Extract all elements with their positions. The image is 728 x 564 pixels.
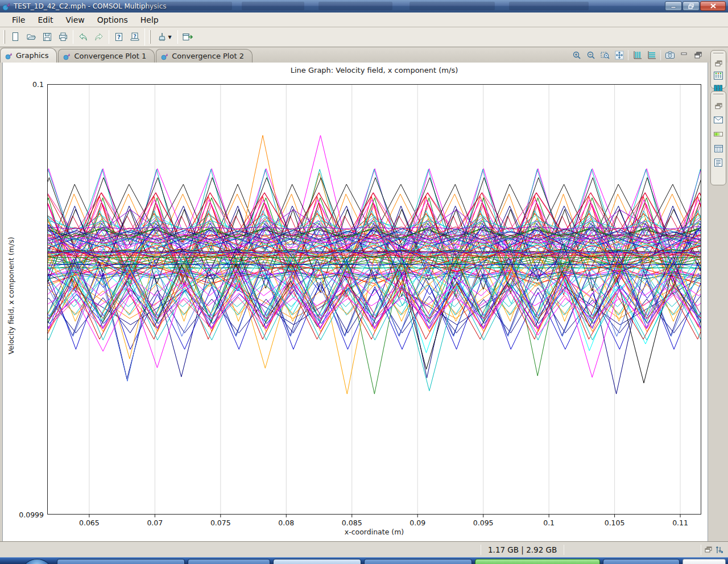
open-file-button[interactable] bbox=[23, 30, 39, 45]
menu-bar: File Edit View Options Help bbox=[0, 13, 728, 27]
tab-label: Convergence Plot 1 bbox=[74, 52, 146, 60]
menu-options[interactable]: Options bbox=[91, 14, 134, 26]
window-title: TEST_1D_42_C2.mph - COMSOL Multiphysics bbox=[14, 2, 167, 10]
minimize-view-button[interactable] bbox=[677, 49, 691, 61]
main-toolbar: ? ? ▼ bbox=[0, 27, 728, 47]
restore-view-button[interactable] bbox=[691, 49, 705, 61]
zoom-extents-button[interactable] bbox=[612, 49, 626, 61]
help-icon: ? bbox=[114, 32, 124, 42]
minimize-button[interactable] bbox=[665, 1, 682, 11]
y-axis-grid-button[interactable] bbox=[644, 49, 659, 61]
settings-knobs-icon bbox=[714, 72, 723, 80]
graphics-tab-icon bbox=[5, 52, 13, 60]
redo-icon bbox=[94, 32, 104, 42]
x-tick-label: 0.065 bbox=[79, 519, 100, 527]
taskbar-button[interactable] bbox=[57, 559, 185, 564]
plot-in-new-window-button[interactable] bbox=[180, 30, 196, 45]
save-button[interactable] bbox=[39, 30, 55, 45]
restore-panel-button[interactable] bbox=[713, 60, 723, 67]
tab-convergence-plot-2[interactable]: Convergence Plot 2 bbox=[156, 49, 253, 63]
zoom-out-button[interactable] bbox=[584, 49, 598, 61]
toolbar-separator bbox=[73, 30, 73, 44]
plot-canvas[interactable]: Line Graph: Velocity field, x component … bbox=[2, 63, 708, 541]
help-button[interactable]: ? bbox=[111, 30, 127, 45]
menu-edit[interactable]: Edit bbox=[31, 14, 59, 26]
background-window-artifact bbox=[410, 2, 495, 10]
plot-title: Line Graph: Velocity field, x component … bbox=[47, 66, 701, 74]
taskbar-button[interactable] bbox=[188, 559, 270, 564]
snapshot-button[interactable] bbox=[663, 49, 677, 61]
status-right-buttons bbox=[701, 545, 725, 555]
toolbar-separator bbox=[177, 30, 178, 44]
progress-bar-icon bbox=[714, 131, 723, 137]
toolbar-grip[interactable] bbox=[3, 30, 5, 44]
restore-panel-icon bbox=[715, 60, 722, 67]
plot-settings-dropdown-button[interactable]: ▼ bbox=[153, 30, 176, 45]
window-controls bbox=[665, 1, 726, 11]
restore-button[interactable] bbox=[682, 1, 700, 11]
restore-window-icon[interactable] bbox=[705, 546, 712, 553]
tab-label: Graphics bbox=[16, 51, 48, 60]
taskbar-button-flashing[interactable] bbox=[475, 559, 600, 564]
new-file-icon bbox=[10, 32, 20, 42]
windows-taskbar bbox=[0, 557, 728, 564]
comsol-window: TEST_1D_42_C2.mph - COMSOL Multiphysics bbox=[0, 0, 728, 564]
model-settings-button[interactable] bbox=[713, 72, 723, 80]
system-tray[interactable] bbox=[682, 559, 726, 564]
collapsed-panel-model bbox=[710, 50, 726, 89]
background-window-artifact bbox=[147, 2, 232, 10]
table-icon bbox=[714, 145, 723, 152]
dropdown-caret-icon: ▼ bbox=[168, 35, 171, 40]
taskbar-button[interactable] bbox=[364, 559, 472, 564]
redo-button[interactable] bbox=[91, 30, 107, 45]
log-button[interactable] bbox=[713, 158, 723, 167]
save-icon bbox=[42, 32, 52, 42]
taskbar-button[interactable] bbox=[603, 559, 680, 564]
series-line bbox=[18, 255, 728, 256]
dock-layout-icon[interactable] bbox=[715, 546, 725, 554]
zoom-box-button[interactable] bbox=[598, 49, 612, 61]
undo-button[interactable] bbox=[75, 30, 91, 45]
collapsed-panel-results bbox=[710, 91, 726, 185]
help-documentation-button[interactable]: ? bbox=[127, 30, 143, 45]
comsol-app-icon bbox=[2, 2, 11, 11]
zoom-in-button[interactable] bbox=[569, 49, 584, 61]
x-tick-label: 0.07 bbox=[147, 519, 163, 527]
plot-toolbar bbox=[569, 49, 705, 61]
title-bar: TEST_1D_42_C2.mph - COMSOL Multiphysics bbox=[0, 0, 728, 13]
x-axis-grid-icon bbox=[633, 51, 642, 60]
new-file-button[interactable] bbox=[7, 30, 23, 45]
menu-view[interactable]: View bbox=[60, 14, 91, 26]
plot-brush-icon bbox=[157, 32, 167, 42]
zoom-box-icon bbox=[601, 51, 610, 60]
toolbar-grip[interactable] bbox=[149, 30, 151, 44]
panel-drag-handle[interactable] bbox=[713, 53, 723, 54]
restore-panel-icon bbox=[715, 103, 722, 109]
zoom-in-icon bbox=[572, 51, 581, 60]
messages-button[interactable] bbox=[713, 115, 723, 125]
menu-help[interactable]: Help bbox=[134, 14, 165, 26]
results-table-button[interactable] bbox=[713, 144, 723, 153]
x-axis-grid-button[interactable] bbox=[630, 49, 644, 61]
print-icon bbox=[58, 32, 68, 42]
progress-button[interactable] bbox=[713, 130, 723, 139]
print-button[interactable] bbox=[55, 30, 71, 45]
taskbar-button[interactable] bbox=[273, 559, 361, 564]
status-separator bbox=[701, 545, 701, 555]
plot-toolbar-separator bbox=[628, 50, 628, 60]
close-button[interactable] bbox=[700, 1, 726, 11]
panel-drag-handle[interactable] bbox=[713, 94, 723, 95]
restore-panel-button[interactable] bbox=[713, 101, 723, 110]
line-graph-svg bbox=[47, 84, 701, 519]
tab-graphics[interactable]: Graphics bbox=[0, 48, 57, 63]
restore-view-icon bbox=[694, 52, 702, 59]
tab-convergence-plot-1[interactable]: Convergence Plot 1 bbox=[58, 49, 155, 63]
menu-file[interactable]: File bbox=[6, 14, 31, 26]
convergence-plot-2-tab-icon bbox=[161, 52, 169, 60]
plot-area[interactable] bbox=[47, 84, 701, 518]
background-window-artifact bbox=[242, 2, 304, 10]
plot-in-new-window-icon bbox=[182, 32, 193, 42]
graphics-tab-bar: Graphics Convergence Plot 1 Convergence … bbox=[0, 48, 728, 63]
start-button[interactable] bbox=[23, 559, 51, 564]
zoom-out-icon bbox=[586, 51, 595, 60]
